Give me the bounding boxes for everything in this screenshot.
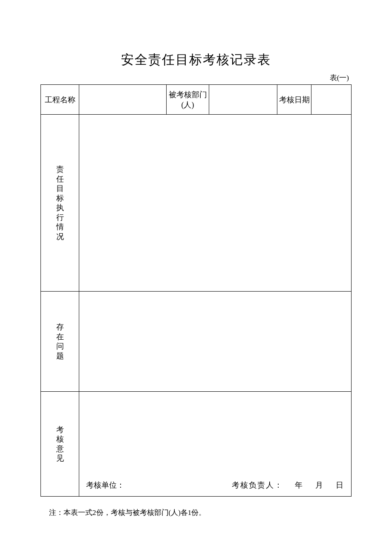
assessed-dept-value [209,85,277,115]
execution-status-label: 责 任 目 标 执 行 情 况 [41,115,79,292]
vertical-label: 考 核 意 见 [56,425,64,463]
assessed-dept-label: 被考核部门 (人) [167,85,209,115]
opinion-footer-line: 考核单位： 考核负责人：年月日 [79,480,351,490]
opinion-label: 考 核 意 见 [41,392,79,497]
month-char: 月 [315,481,324,489]
assessed-dept-label-line2: (人) [167,100,209,110]
footnote: 注：本表一式2份，考核与被考核部门(人)各1份。 [49,508,352,517]
table-row: 存 在 问 题 [41,292,352,392]
vertical-label: 责 任 目 标 执 行 情 况 [56,165,64,241]
table-row: 责 任 目 标 执 行 情 况 [41,115,352,292]
table-index-label: 表(一) [40,73,349,83]
assess-responsible-and-date: 考核负责人：年月日 [232,480,344,490]
page-title: 安全责任目标考核记录表 [40,51,352,69]
issues-value [79,292,352,392]
assess-responsible-label: 考核负责人： [232,481,283,489]
vertical-label: 存 在 问 题 [56,322,64,361]
issues-label: 存 在 问 题 [41,292,79,392]
assess-unit-label: 考核单位： [86,480,124,490]
project-name-value [79,85,167,115]
day-char: 日 [336,481,344,489]
document-page: 安全责任目标考核记录表 表(一) 工程名称 被考核部门 (人) 考核日期 责 任… [0,0,392,517]
execution-status-value [79,115,352,292]
opinion-value-cell: 考核单位： 考核负责人：年月日 [79,392,352,497]
project-name-label: 工程名称 [41,85,79,115]
table-row: 工程名称 被考核部门 (人) 考核日期 [41,85,352,115]
assessed-dept-label-line1: 被考核部门 [167,90,209,100]
assess-date-value [311,85,352,115]
table-row: 考 核 意 见 考核单位： 考核负责人：年月日 [41,392,352,497]
assessment-form-table: 工程名称 被考核部门 (人) 考核日期 责 任 目 标 执 行 情 况 [40,84,352,497]
assess-date-label: 考核日期 [277,85,311,115]
year-char: 年 [295,481,303,489]
